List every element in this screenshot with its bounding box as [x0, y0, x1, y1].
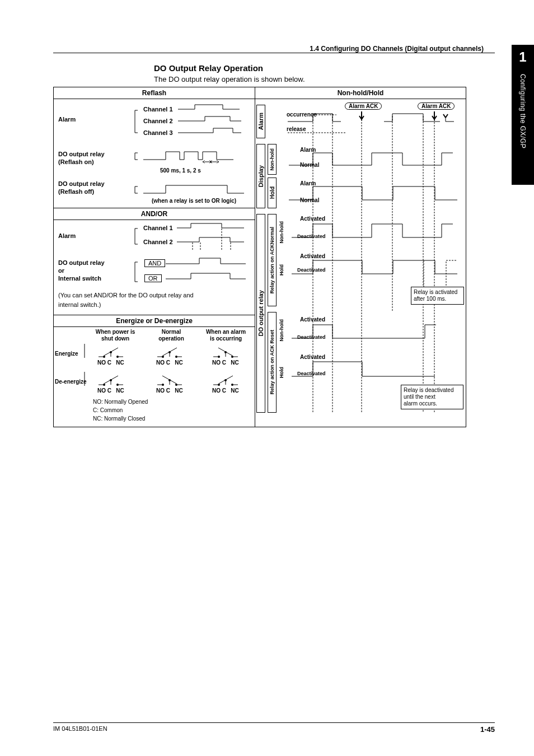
- t-no5: NO: [156, 388, 165, 394]
- chapter-text: Configuring the GX/GP: [519, 72, 527, 148]
- colc: When an alarm: [199, 329, 252, 335]
- timing-label: 500 ms, 1 s, 2 s: [160, 167, 201, 174]
- t-no3: NO: [212, 360, 221, 366]
- t-no: NO: [97, 360, 106, 366]
- t-nc2: NC: [175, 360, 182, 366]
- do-v: DO output relay: [257, 290, 264, 337]
- t-nc6: NC: [231, 388, 238, 394]
- t-no2: NO: [156, 360, 165, 366]
- svg-point-26: [231, 356, 233, 358]
- header-section: 1.4 Configuring DO Channels (Digital out…: [53, 45, 495, 53]
- hold-v1: Hold: [269, 186, 275, 199]
- svg-point-8: [103, 356, 105, 358]
- andor-note1: (You can set AND/OR for the DO output re…: [58, 292, 194, 298]
- ackr-v: Relay action on ACK Reset: [269, 330, 275, 394]
- section-title: DO Output Relay Operation: [154, 63, 495, 73]
- note1b: after 100 ms.: [414, 296, 446, 302]
- t-c6: C: [222, 388, 226, 394]
- or-note: (when a relay is set to OR logic): [152, 198, 236, 204]
- t-c4: C: [107, 388, 111, 394]
- doc-id: IM 04L51B01-01EN: [53, 725, 107, 734]
- t-nc: NC: [116, 360, 124, 366]
- leg2: C: Common: [93, 407, 123, 413]
- andor-header: AND/OR: [54, 208, 255, 220]
- note1: Relay is activated after 100 ms.: [411, 287, 464, 305]
- t-nc4: NC: [116, 388, 124, 394]
- page-number: 1-45: [480, 725, 495, 734]
- leg3: NC: Normally Closed: [93, 416, 145, 422]
- note2a: Relay is deactivated: [404, 387, 454, 393]
- t-nc3: NC: [231, 360, 238, 366]
- t-no6: NO: [212, 388, 221, 394]
- occurrence: occurrence: [287, 111, 317, 118]
- footer: IM 04L51B01-01EN 1-45: [53, 722, 495, 734]
- note2b: until the next: [404, 394, 435, 400]
- cola: When power is: [90, 329, 140, 335]
- t-c3: C: [222, 360, 226, 366]
- diagram: Reflash Alarm Channel 1 Channel 2 Channe…: [53, 87, 466, 427]
- t-c2: C: [166, 360, 170, 366]
- svg-point-36: [162, 384, 164, 386]
- reflash-header: Reflash: [54, 87, 255, 99]
- t-c5: C: [166, 388, 170, 394]
- t-c: C: [107, 360, 111, 366]
- colb: Normal: [152, 329, 191, 335]
- andor-note2: internal switch.): [58, 301, 101, 308]
- release: release: [287, 126, 306, 132]
- side-tab: 1 Configuring the GX/GP: [512, 45, 534, 185]
- lead-text: The DO output relay operation is shown b…: [154, 75, 495, 83]
- svg-point-22: [218, 356, 220, 358]
- energize-header: Energize or De-energize: [54, 315, 255, 327]
- t-nc5: NC: [175, 388, 182, 394]
- svg-point-29: [103, 384, 105, 386]
- svg-point-33: [116, 384, 119, 386]
- ackn-v: Relay action on ACKNormal: [269, 227, 275, 293]
- leg1: NO: Normally Opened: [93, 399, 148, 405]
- nonhold-header: Non-hold/Hold: [255, 87, 466, 99]
- note1a: Relay is activated: [414, 289, 457, 295]
- chapter-number: 1: [512, 45, 534, 72]
- note2: Relay is deactivated until the next alar…: [401, 385, 463, 409]
- note2c: alarm occurs.: [404, 400, 437, 407]
- svg-point-43: [218, 384, 220, 386]
- svg-point-40: [175, 384, 177, 386]
- alarm-v: Alarm: [257, 113, 264, 130]
- svg-point-15: [162, 356, 164, 358]
- svg-point-12: [116, 356, 119, 358]
- svg-point-19: [175, 356, 177, 358]
- t-no4: NO: [97, 388, 106, 394]
- svg-point-47: [231, 384, 233, 386]
- nonhold-v1: Non-hold: [269, 148, 275, 171]
- display-v: Display: [257, 165, 264, 187]
